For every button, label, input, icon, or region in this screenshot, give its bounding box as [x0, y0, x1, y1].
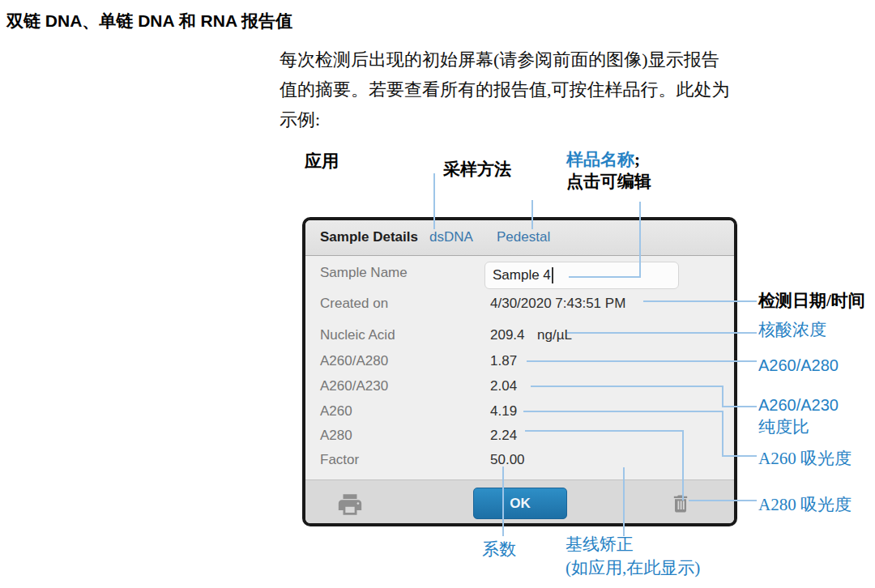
- annotation-nucleic-acid-concentration: 核酸浓度: [758, 319, 826, 341]
- callout-line-a280-v: [682, 430, 684, 501]
- created-on-value: 4/30/2020 7:43:51 PM: [490, 296, 625, 312]
- delete-button[interactable]: [669, 491, 692, 520]
- callout-line-a260-h1: [523, 411, 723, 412]
- callout-line-a260-h2: [722, 455, 757, 457]
- callout-line-a260-a280: [527, 360, 757, 362]
- annotation-sampling-method: 采样方法: [443, 159, 511, 181]
- print-button[interactable]: [334, 491, 366, 522]
- callout-line-concentration: [567, 332, 757, 334]
- callout-line-sample-name-h: [569, 276, 641, 278]
- sample-name-label: Sample Name: [320, 265, 408, 281]
- callout-line-a260-v: [722, 411, 723, 457]
- annotation-measurement-datetime: 检测日期/时间: [758, 290, 865, 312]
- application-link[interactable]: dsDNA: [429, 229, 473, 245]
- nucleic-acid-unit: ng/µL: [537, 327, 572, 343]
- sample-name-value: Sample 4: [493, 267, 551, 283]
- callout-line-baseline: [623, 467, 625, 536]
- annotation-purity-ratio: 纯度比: [758, 416, 809, 438]
- annotation-baseline-correction-note: (如应用,在此显示): [566, 557, 700, 579]
- sampling-method-link[interactable]: Pedestal: [497, 229, 550, 245]
- callout-line-sample-name-v: [639, 202, 641, 278]
- annotation-sample-name: 样品名称; 点击可编辑: [566, 149, 651, 193]
- annotation-sample-name-edit: 点击可编辑: [566, 172, 651, 191]
- sample-details-dialog: Sample Details dsDNA Pedestal Sample Nam…: [302, 217, 737, 526]
- intro-paragraph: 每次检测后出现的初始屏幕(请参阅前面的图像)显示报告 值的摘要。若要查看所有的报…: [280, 45, 730, 134]
- annotation-application: 应用: [305, 151, 339, 173]
- annotation-a260-a280: A260/A280: [758, 355, 839, 377]
- dialog-title: Sample Details: [320, 229, 418, 245]
- page-title: 双链 DNA、单链 DNA 和 RNA 报告值: [6, 10, 292, 32]
- callout-line-factor: [502, 467, 504, 536]
- a280-value: 2.24: [490, 428, 517, 444]
- callout-line-a260-a230-h1: [531, 386, 723, 387]
- annotation-a280-absorbance: A280 吸光度: [758, 494, 852, 516]
- sample-name-input[interactable]: Sample 4: [484, 262, 679, 289]
- callout-line-a260-a230-v: [722, 386, 723, 407]
- a260-a230-label: A260/A230: [320, 378, 388, 394]
- factor-label: Factor: [320, 452, 359, 468]
- callout-line-a260-a230-h2: [722, 406, 757, 407]
- trash-icon: [669, 491, 692, 517]
- a260-a280-label: A260/A280: [320, 353, 388, 369]
- a260-a280-value: 1.87: [490, 353, 517, 369]
- callout-line-application: [433, 173, 435, 229]
- callout-line-datetime: [643, 300, 757, 302]
- annotation-sample-name-text: 样品名称: [566, 150, 634, 169]
- ok-button[interactable]: OK: [473, 488, 567, 519]
- annotation-a260-a230: A260/A230: [758, 394, 839, 416]
- dialog-header: Sample Details dsDNA Pedestal: [305, 220, 734, 256]
- a260-a230-value: 2.04: [490, 378, 517, 394]
- ok-button-label: OK: [510, 496, 531, 512]
- annotation-baseline-correction: 基线矫正: [566, 534, 634, 556]
- a260-value: 4.19: [490, 403, 517, 420]
- callout-line-sampling-method: [531, 200, 533, 229]
- annotation-sample-name-semicolon: ;: [634, 150, 640, 169]
- nucleic-acid-label: Nucleic Acid: [320, 327, 395, 343]
- annotation-a260-absorbance: A260 吸光度: [758, 448, 852, 470]
- created-on-label: Created on: [320, 296, 388, 312]
- a260-label: A260: [320, 403, 352, 420]
- printer-icon: [334, 491, 366, 518]
- callout-line-a280-h2: [689, 500, 757, 501]
- nucleic-acid-value: 209.4: [490, 327, 525, 343]
- text-cursor: [552, 267, 553, 283]
- annotation-factor: 系数: [482, 539, 516, 560]
- factor-value: 50.00: [490, 452, 525, 468]
- callout-line-a280-h1: [525, 430, 684, 432]
- a280-label: A280: [320, 428, 352, 444]
- manual-page: 双链 DNA、单链 DNA 和 RNA 报告值 每次检测后出现的初始屏幕(请参阅…: [0, 0, 875, 588]
